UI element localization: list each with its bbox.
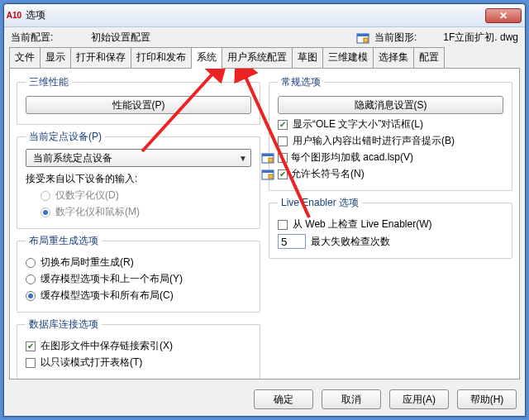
checkbox-icon bbox=[26, 341, 36, 351]
legend-3d-performance: 三维性能 bbox=[26, 75, 72, 89]
titlebar[interactable]: A10 选项 ✕ bbox=[4, 4, 525, 27]
tab-panel-system: 三维性能 性能设置(P) 当前定点设备(P) 当前系统定点设备 ▼ 接受来自以下… bbox=[9, 68, 520, 379]
pointing-device-value: 当前系统定点设备 bbox=[33, 151, 239, 165]
legend-layout-regen: 布局重生成选项 bbox=[26, 234, 102, 248]
chk-beep-error-label: 用户输入内容出错时进行声音提示(B) bbox=[293, 134, 455, 148]
app-icon: A10 bbox=[7, 9, 21, 22]
chk-check-web-label: 从 Web 上检查 Live Enabler(W) bbox=[293, 217, 432, 231]
max-fail-row: 最大失败检查次数 bbox=[278, 234, 503, 249]
max-fail-label: 最大失败检查次数 bbox=[311, 235, 390, 249]
chevron-down-icon: ▼ bbox=[239, 154, 247, 163]
group-live-enabler: Live Enabler 选项 从 Web 上检查 Live Enabler(W… bbox=[269, 196, 512, 259]
tab-drafting[interactable]: 草图 bbox=[292, 47, 323, 69]
radio-icon bbox=[26, 258, 36, 268]
legend-general-options: 常规选项 bbox=[278, 75, 324, 89]
drawing-badge-icon bbox=[261, 168, 274, 181]
chk-load-acadlsp[interactable]: 每个图形均加载 acad.lsp(V) bbox=[278, 150, 503, 165]
options-dialog: A10 选项 ✕ 当前配置: 初始设置配置 当前图形: 1F立面扩初. dwg … bbox=[3, 3, 526, 417]
opt-cache-last[interactable]: 缓存模型选项卡和上一个布局(Y) bbox=[26, 272, 251, 286]
pointing-device-select[interactable]: 当前系统定点设备 ▼ bbox=[26, 149, 251, 167]
tab-3dmodel[interactable]: 三维建模 bbox=[322, 47, 374, 69]
checkbox-icon bbox=[278, 136, 288, 146]
dialog-button-row: 确定 取消 应用(A) 帮助(H) bbox=[4, 384, 525, 416]
drawing-badge-icon bbox=[261, 151, 274, 165]
tab-profiles[interactable]: 配置 bbox=[413, 47, 445, 69]
chk-store-index[interactable]: 在图形文件中保存链接索引(X) bbox=[26, 339, 251, 353]
chk-long-names[interactable]: 允许长符号名(N) bbox=[278, 167, 503, 181]
tab-strip: 文件 显示 打开和保存 打印和发布 系统 用户系统配置 草图 三维建模 选择集 … bbox=[4, 47, 525, 69]
checkbox-icon bbox=[26, 358, 36, 368]
tab-opensave[interactable]: 打开和保存 bbox=[70, 47, 131, 69]
svg-rect-1 bbox=[357, 34, 369, 36]
group-3d-performance: 三维性能 性能设置(P) bbox=[17, 75, 260, 125]
drawing-icon bbox=[356, 31, 369, 45]
performance-settings-button[interactable]: 性能设置(P) bbox=[26, 96, 251, 114]
drawing-label: 当前图形: bbox=[374, 31, 417, 45]
chk-readonly-tables-label: 以只读模式打开表格(T) bbox=[41, 356, 142, 370]
chk-ole-size[interactable]: 显示“OLE 文字大小”对话框(L) bbox=[278, 117, 503, 131]
left-column: 三维性能 性能设置(P) 当前定点设备(P) 当前系统定点设备 ▼ 接受来自以下… bbox=[17, 75, 260, 375]
opt-regen-switch[interactable]: 切换布局时重生成(R) bbox=[26, 255, 251, 270]
opt-digitizer-mouse: 数字化仪和鼠标(M) bbox=[41, 205, 251, 219]
group-layout-regen: 布局重生成选项 切换布局时重生成(R) 缓存模型选项卡和上一个布局(Y) 缓存模… bbox=[17, 234, 260, 313]
opt-cache-all[interactable]: 缓存模型选项卡和所有布局(C) bbox=[26, 289, 251, 303]
svg-rect-4 bbox=[262, 154, 274, 156]
chk-store-index-label: 在图形文件中保存链接索引(X) bbox=[41, 339, 173, 353]
group-db-connect: 数据库连接选项 在图形文件中保存链接索引(X) 以只读模式打开表格(T) bbox=[17, 317, 260, 379]
legend-pointing-device: 当前定点设备(P) bbox=[26, 130, 105, 144]
help-button[interactable]: 帮助(H) bbox=[457, 389, 517, 409]
window-title: 选项 bbox=[26, 8, 45, 22]
group-pointing-device: 当前定点设备(P) 当前系统定点设备 ▼ 接受来自以下设备的输入: 仅数字化仪(… bbox=[17, 130, 260, 229]
svg-rect-8 bbox=[269, 174, 273, 179]
max-fail-input[interactable] bbox=[278, 234, 306, 249]
opt-digitizer-only: 仅数字化仪(D) bbox=[41, 189, 251, 203]
tab-display[interactable]: 显示 bbox=[40, 47, 71, 69]
accept-input-label: 接受来自以下设备的输入: bbox=[26, 172, 251, 186]
group-general-options: 常规选项 隐藏消息设置(S) 显示“OLE 文字大小”对话框(L) 用户输入内容… bbox=[269, 75, 512, 191]
ok-button[interactable]: 确定 bbox=[254, 389, 313, 409]
hidden-message-settings-button[interactable]: 隐藏消息设置(S) bbox=[278, 96, 503, 114]
radio-icon bbox=[26, 274, 36, 284]
tab-plot[interactable]: 打印和发布 bbox=[131, 47, 192, 69]
chk-long-names-label: 允许长符号名(N) bbox=[291, 167, 365, 181]
opt-digitizer-mouse-label: 数字化仪和鼠标(M) bbox=[55, 205, 140, 219]
legend-live-enabler: Live Enabler 选项 bbox=[278, 196, 362, 210]
tab-files[interactable]: 文件 bbox=[9, 47, 41, 69]
checkbox-icon bbox=[278, 153, 288, 163]
chk-beep-error[interactable]: 用户输入内容出错时进行声音提示(B) bbox=[278, 134, 503, 148]
checkbox-icon bbox=[278, 120, 288, 130]
svg-rect-7 bbox=[262, 170, 274, 173]
opt-digitizer-only-label: 仅数字化仪(D) bbox=[55, 189, 119, 203]
checkbox-icon bbox=[278, 220, 288, 230]
svg-rect-2 bbox=[364, 38, 368, 42]
close-button[interactable]: ✕ bbox=[485, 8, 522, 23]
checkbox-icon bbox=[278, 169, 288, 179]
header-row: 当前配置: 初始设置配置 当前图形: 1F立面扩初. dwg bbox=[4, 27, 525, 46]
profile-label: 当前配置: bbox=[11, 31, 53, 45]
opt-cache-last-label: 缓存模型选项卡和上一个布局(Y) bbox=[41, 272, 183, 286]
tab-selection[interactable]: 选择集 bbox=[373, 47, 414, 69]
radio-icon bbox=[41, 208, 50, 217]
chk-check-web[interactable]: 从 Web 上检查 Live Enabler(W) bbox=[278, 217, 503, 231]
chk-ole-size-label: 显示“OLE 文字大小”对话框(L) bbox=[293, 117, 423, 131]
tab-userpref[interactable]: 用户系统配置 bbox=[222, 47, 293, 69]
radio-icon bbox=[41, 191, 50, 201]
cancel-button[interactable]: 取消 bbox=[322, 389, 381, 409]
right-column: 常规选项 隐藏消息设置(S) 显示“OLE 文字大小”对话框(L) 用户输入内容… bbox=[269, 75, 512, 375]
tab-system[interactable]: 系统 bbox=[191, 47, 222, 69]
apply-button[interactable]: 应用(A) bbox=[389, 389, 449, 409]
legend-db-connect: 数据库连接选项 bbox=[26, 317, 102, 332]
chk-readonly-tables[interactable]: 以只读模式打开表格(T) bbox=[26, 356, 251, 370]
profile-value: 初始设置配置 bbox=[91, 31, 165, 45]
radio-icon bbox=[26, 291, 36, 301]
drawing-value: 1F立面扩初. dwg bbox=[443, 31, 518, 45]
chk-load-acadlsp-label: 每个图形均加载 acad.lsp(V) bbox=[291, 150, 413, 165]
opt-regen-switch-label: 切换布局时重生成(R) bbox=[41, 255, 134, 270]
svg-rect-5 bbox=[269, 158, 273, 162]
opt-cache-all-label: 缓存模型选项卡和所有布局(C) bbox=[41, 289, 174, 303]
